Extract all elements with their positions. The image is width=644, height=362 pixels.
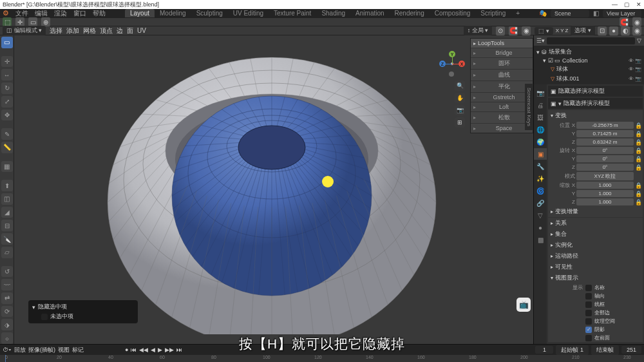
outliner-type-icon[interactable]: ☰▾ (536, 37, 545, 44)
tool-cursor[interactable]: ✛ (1, 56, 13, 68)
outliner-filter-icon[interactable]: ▽ (637, 37, 641, 44)
scale-z[interactable]: 1.000 (576, 198, 634, 205)
tab-scripting[interactable]: Scripting (475, 9, 511, 17)
tab-modeling[interactable]: Modeling (155, 9, 191, 17)
tool-knife[interactable]: 🔪 (1, 233, 13, 245)
jump-start[interactable]: ⏮ (131, 347, 137, 353)
tool-inset[interactable]: ◫ (1, 193, 13, 205)
tool-bevel[interactable]: ◢ (1, 207, 13, 218)
rot-mode[interactable]: XYZ 欧拉 (576, 172, 634, 180)
tab-shading[interactable]: Shading (316, 9, 350, 17)
sec-collections[interactable]: 集合 (548, 229, 643, 240)
gizmo-x[interactable]: X (459, 61, 465, 67)
3d-viewport[interactable]: LoopTools Bridge 圆环 曲线 平化 Gstretch Loft … (14, 35, 533, 344)
snap-toggle[interactable]: 🧲 (509, 26, 518, 35)
rot-z[interactable]: 0° (576, 164, 634, 171)
jump-end[interactable]: ⏭ (176, 347, 182, 353)
shading-matprev[interactable]: ◐ (621, 26, 630, 35)
cb-axis[interactable] (585, 293, 592, 300)
window-minimize[interactable]: — (612, 1, 618, 8)
tool-spin[interactable]: ↺ (1, 266, 13, 278)
looptools-header[interactable]: LoopTools (471, 39, 533, 48)
scene-field[interactable]: Scene (551, 10, 589, 17)
shading-render[interactable]: ◉ (632, 26, 641, 35)
tool-scale[interactable]: ⤢ (1, 96, 13, 108)
looptools-relax[interactable]: 松散 (471, 111, 533, 123)
tool-transform[interactable]: ✥ (1, 110, 13, 121)
loc-y[interactable]: 0.71425 m (576, 130, 634, 137)
tool-polybuild[interactable]: ▱ (1, 247, 13, 258)
gizmo-z[interactable]: Z (439, 61, 446, 67)
prop-breadcrumb-2[interactable]: ▣ ▾ 隐藏选择演示模型 (548, 98, 643, 109)
ptab-world[interactable]: 🌍 (534, 136, 547, 148)
tab-sculpting[interactable]: Sculpting (191, 9, 228, 17)
ptab-constraint[interactable]: 🔗 (534, 197, 547, 209)
cursor-icon[interactable]: ✛ (15, 17, 24, 26)
ptab-modifier[interactable]: 🔧 (534, 160, 547, 172)
menu-window[interactable]: 窗口 (73, 9, 86, 18)
cb-name[interactable] (585, 285, 592, 291)
camera-icon[interactable]: 📷 (455, 105, 465, 115)
frame-current[interactable]: 1 (535, 346, 553, 354)
timeline-track[interactable]: 020406080100120140160180200210230 (0, 355, 644, 362)
menu-render[interactable]: 渲染 (54, 9, 67, 18)
tool-smooth[interactable]: 〰 (1, 279, 13, 291)
looptools-curve[interactable]: 曲线 (471, 69, 533, 81)
addmode-icon[interactable]: ⊕ (41, 17, 50, 26)
prop-edit-icon[interactable]: ◉ (632, 17, 641, 26)
tl-view[interactable]: 视图 (58, 346, 70, 354)
rot-y[interactable]: 0° (576, 155, 634, 162)
window-maximize[interactable]: ▢ (624, 1, 630, 8)
rot-x[interactable]: 0° (576, 147, 634, 154)
frame-end[interactable]: 251 (621, 346, 641, 354)
menu-edit[interactable]: 编辑 (35, 9, 48, 18)
orientation-select[interactable]: ↕ 全局 ▾ (464, 26, 493, 35)
cb-infront[interactable] (585, 335, 592, 341)
sec-instancing[interactable]: 实例化 (548, 240, 643, 251)
tool-rotate[interactable]: ↻ (1, 82, 13, 94)
h3-add[interactable]: 添加 (66, 26, 79, 35)
n-panel-tab-screencast[interactable]: Screencast Keys (525, 84, 533, 130)
h3-select[interactable]: 选择 (50, 26, 62, 35)
ptab-physics[interactable]: 🌀 (534, 185, 547, 196)
tool-shear[interactable]: ⬗ (1, 319, 13, 330)
h3-face[interactable]: 面 (127, 26, 133, 35)
ptab-scene[interactable]: 🌐 (534, 124, 547, 135)
play-rev[interactable]: ◀ (151, 347, 155, 353)
looptools-loft[interactable]: Loft (471, 102, 533, 111)
gizmo-neg[interactable] (449, 71, 454, 77)
tool-measure[interactable]: 📏 (1, 142, 13, 153)
ptab-data[interactable]: ▽ (534, 209, 547, 221)
tool-edgeslide[interactable]: ⇄ (1, 292, 13, 304)
snap-icon[interactable]: 🧲 (620, 17, 629, 26)
tab-texpaint[interactable]: Texture Paint (269, 9, 316, 17)
tool-move[interactable]: ↔ (1, 69, 13, 81)
sec-delta[interactable]: 变换增量 (548, 206, 643, 217)
shading-solid[interactable]: ● (609, 26, 618, 35)
looptools-flatten[interactable]: 平化 (471, 81, 533, 92)
operator-title[interactable]: 隐藏选中项 (32, 303, 134, 311)
prop-breadcrumb-1[interactable]: ▣ 隐藏选择演示模型 (548, 86, 643, 97)
ptab-object[interactable]: ▣ (534, 148, 547, 160)
zoom-icon[interactable]: 🔍 (455, 81, 465, 91)
shading-wire[interactable]: ⊡ (598, 26, 607, 35)
tool-extrude[interactable]: ⬆ (1, 180, 13, 191)
ptab-output[interactable]: 🖨 (534, 99, 547, 111)
ortho-icon[interactable]: ⊞ (455, 117, 465, 128)
outliner-scene-collection[interactable]: ▾ ⛁场景集合 (535, 47, 643, 57)
looptools-space[interactable]: Space (471, 123, 533, 133)
unselected-checkbox[interactable] (41, 314, 48, 320)
cb-shadow[interactable]: ✓ (585, 327, 592, 333)
tool-annotate[interactable]: ✎ (1, 128, 13, 140)
sec-viewport-display[interactable]: 视图显示 (548, 272, 643, 283)
keyframe-prev[interactable]: ◀◀ (139, 347, 148, 353)
loc-x[interactable]: -0.25675 m (576, 122, 634, 129)
looptools-bridge[interactable]: Bridge (471, 48, 533, 57)
ptab-render[interactable]: 📷 (534, 87, 547, 99)
cb-wire[interactable] (585, 301, 592, 308)
operator-panel[interactable]: 隐藏选中项 未选中项 (28, 300, 138, 323)
tab-compositing[interactable]: Compositing (430, 9, 476, 17)
tab-layout[interactable]: Layout (125, 9, 155, 17)
sec-visibility[interactable]: 可见性 (548, 262, 643, 272)
tl-keying[interactable]: 抠像(插帧) (28, 346, 55, 354)
